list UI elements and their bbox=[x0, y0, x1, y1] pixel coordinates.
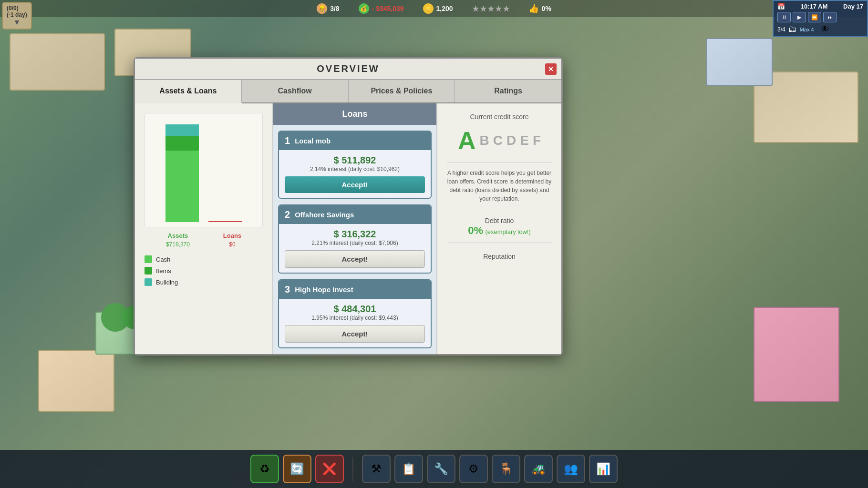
credit-divider-2 bbox=[447, 209, 552, 209]
debt-label: (exemplary low!) bbox=[485, 228, 530, 235]
credit-divider bbox=[447, 163, 552, 163]
toolbar-chart-button[interactable]: 📊 bbox=[589, 455, 618, 483]
loan-header-1: 1 Local mob bbox=[279, 132, 431, 150]
legend-items: Items bbox=[145, 267, 263, 274]
loan-card-3: 3 High Hope Invest $ 484,301 1.95% inter… bbox=[278, 279, 432, 348]
debt-section: Debt ratio 0% (exemplary low!) bbox=[447, 217, 552, 237]
credit-info-text: A higher credit score helps you get bett… bbox=[447, 169, 552, 203]
info-line1: (0/0) bbox=[7, 5, 27, 11]
top-hud: 👷 3/8 💰 - $345,039 🪙 1,200 ★ ★ ★ ★ ★ 👍 0… bbox=[0, 0, 868, 17]
loans-bar-col bbox=[208, 117, 242, 222]
fastest-button[interactable]: ⏭ bbox=[823, 12, 837, 22]
loans-bar bbox=[208, 221, 242, 222]
loans-title: Loans bbox=[273, 103, 436, 125]
money-icon: 💰 bbox=[359, 3, 369, 14]
cash-bar bbox=[165, 151, 199, 222]
credit-score-title: Current credit score bbox=[447, 113, 552, 121]
reputation-title: Reputation bbox=[447, 253, 552, 260]
grade-c: C bbox=[493, 133, 503, 148]
grade-d: D bbox=[506, 133, 516, 148]
toolbar-people-button[interactable]: 👥 bbox=[557, 455, 585, 483]
building-bar bbox=[165, 124, 199, 136]
legend-cash: Cash bbox=[145, 255, 263, 263]
building-color bbox=[145, 278, 152, 286]
toolbar-recycle-button[interactable]: ♻ bbox=[250, 455, 279, 483]
credit-divider-3 bbox=[447, 243, 552, 243]
loan-card-2: 2 Offshore Savings $ 316,322 2.21% inter… bbox=[278, 204, 432, 274]
credit-panel: Current credit score A B C D E F A highe… bbox=[437, 103, 561, 354]
assets-loans-chart bbox=[145, 113, 263, 227]
loan-card-1: 1 Local mob $ 511,892 2.14% interest (da… bbox=[278, 131, 432, 199]
city-building-pink bbox=[754, 307, 839, 402]
assets-bar-col bbox=[165, 117, 199, 222]
toolbar-hammer-button[interactable]: ⚒ bbox=[362, 455, 391, 483]
hud-coins: 🪙 1,200 bbox=[423, 3, 453, 14]
accept-loan-2-button[interactable]: Accept! bbox=[285, 250, 425, 268]
accept-loan-3-button[interactable]: Accept! bbox=[285, 325, 425, 343]
city-building-blue bbox=[706, 38, 773, 86]
layers-icon: 🗂 bbox=[788, 24, 797, 34]
cash-color bbox=[145, 255, 152, 263]
loans-panel: Loans 1 Local mob $ 511,892 2.14% intere… bbox=[273, 103, 437, 354]
coin-icon: 🪙 bbox=[423, 3, 434, 14]
loan-header-3: 3 High Hope Invest bbox=[279, 280, 431, 299]
loan-body-2: $ 316,322 2.21% interest (daily cost: $7… bbox=[279, 224, 431, 273]
loan-header-2: 2 Offshore Savings bbox=[279, 205, 431, 224]
grade-a: A bbox=[458, 126, 476, 155]
reputation-section: Reputation bbox=[447, 253, 552, 260]
hud-stars: ★ ★ ★ ★ ★ bbox=[472, 4, 509, 13]
overview-modal: OVERVIEW ✕ Assets & Loans Cashflow Price… bbox=[134, 57, 563, 356]
legend-building: Building bbox=[145, 278, 263, 286]
chevron-down-icon[interactable]: ▼ bbox=[7, 18, 27, 27]
accept-loan-1-button[interactable]: Accept! bbox=[285, 176, 425, 193]
debt-value: 0% bbox=[468, 224, 483, 236]
toolbar-settings-button[interactable]: ⚙ bbox=[459, 455, 488, 483]
toolbar-transfer-button[interactable]: 🔄 bbox=[283, 455, 311, 483]
hud-balance: 💰 - $345,039 bbox=[359, 3, 404, 14]
toolbar-separator bbox=[352, 457, 353, 481]
modal-tabs: Assets & Loans Cashflow Prices & Policie… bbox=[135, 80, 561, 103]
chart-panel: Assets $719,370 Loans $0 Cash Items bbox=[135, 103, 273, 354]
chart-legend: Cash Items Building bbox=[145, 255, 263, 286]
clock-icon: 📅 bbox=[777, 3, 785, 10]
grade-e: E bbox=[520, 133, 529, 148]
hud-approval: 👍 0% bbox=[528, 3, 551, 14]
toolbar-cancel-button[interactable]: ❌ bbox=[315, 455, 344, 483]
layers-info: 3/4 🗂 Max 4 👁 bbox=[777, 24, 863, 34]
fast-forward-button[interactable]: ⏩ bbox=[808, 12, 821, 22]
pause-button[interactable]: ⏸ bbox=[777, 12, 791, 22]
play-button[interactable]: ▶ bbox=[793, 12, 806, 22]
toolbar-clipboard-button[interactable]: 📋 bbox=[394, 455, 423, 483]
tab-ratings[interactable]: Ratings bbox=[455, 80, 561, 102]
workers-icon: 👷 bbox=[317, 3, 327, 14]
chart-x-labels: Assets $719,370 Loans $0 bbox=[145, 232, 263, 248]
modal-content: Assets $719,370 Loans $0 Cash Items bbox=[135, 103, 561, 354]
loan-body-3: $ 484,301 1.95% interest (daily cost: $9… bbox=[279, 299, 431, 347]
tab-assets-loans[interactable]: Assets & Loans bbox=[135, 80, 242, 103]
credit-scores-display: A B C D E F bbox=[447, 126, 552, 155]
info-line2: (-1 day) bbox=[7, 11, 27, 18]
grade-f: F bbox=[533, 133, 541, 148]
bottom-toolbar: ♻ 🔄 ❌ ⚒ 📋 🔧 ⚙ 🪑 🚜 👥 📊 bbox=[0, 450, 868, 488]
tab-prices-policies[interactable]: Prices & Policies bbox=[349, 80, 455, 102]
tab-cashflow[interactable]: Cashflow bbox=[242, 80, 349, 102]
city-building bbox=[38, 350, 114, 412]
clock-display: 📅 10:17 AM Day 17 bbox=[777, 3, 863, 10]
toolbar-bulldozer-button[interactable]: 🚜 bbox=[524, 455, 553, 483]
top-left-info: (0/0) (-1 day) ▼ bbox=[2, 2, 32, 30]
debt-ratio-title: Debt ratio bbox=[447, 217, 552, 224]
items-color bbox=[145, 267, 152, 274]
clock-panel: 📅 10:17 AM Day 17 ⏸ ▶ ⏩ ⏭ 3/4 🗂 Max 4 👁 bbox=[773, 0, 868, 37]
eye-icon[interactable]: 👁 bbox=[821, 24, 829, 34]
toolbar-wrench-button[interactable]: 🔧 bbox=[427, 455, 455, 483]
stars-bar: ★ ★ ★ ★ ★ bbox=[472, 4, 509, 13]
modal-close-button[interactable]: ✕ bbox=[545, 63, 557, 75]
toolbar-furniture-button[interactable]: 🪑 bbox=[492, 455, 520, 483]
items-bar bbox=[165, 136, 199, 151]
modal-title: OVERVIEW ✕ bbox=[135, 59, 561, 80]
grade-b: B bbox=[480, 133, 489, 148]
hud-workers: 👷 3/8 bbox=[317, 3, 339, 14]
clock-controls: ⏸ ▶ ⏩ ⏭ bbox=[777, 12, 863, 22]
loan-body-1: $ 511,892 2.14% interest (daily cost: $1… bbox=[279, 150, 431, 198]
city-building bbox=[10, 33, 105, 91]
